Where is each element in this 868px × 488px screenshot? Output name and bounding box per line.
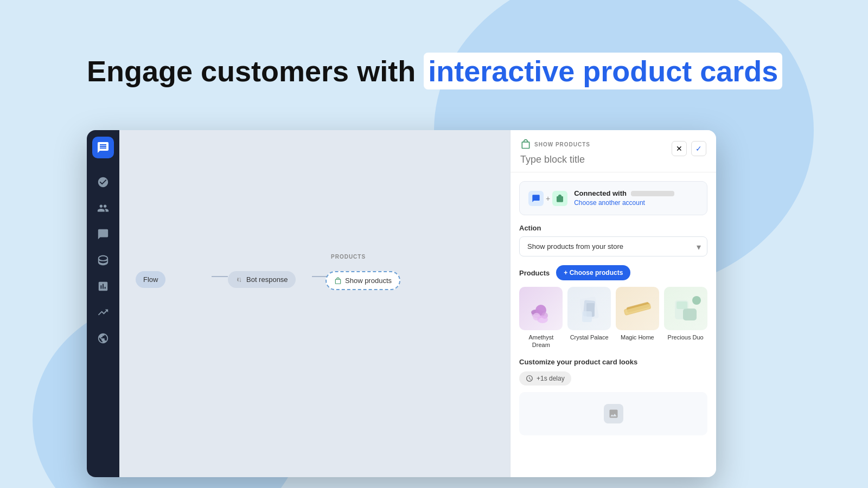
clock-icon <box>526 375 533 382</box>
precious-svg <box>667 290 705 328</box>
close-button[interactable]: ✕ <box>672 141 687 156</box>
bot-icon <box>235 276 243 284</box>
sidebar-item-integrations[interactable] <box>92 328 114 349</box>
plus-sign: + <box>546 194 550 203</box>
svg-rect-15 <box>683 309 697 320</box>
choose-products-button[interactable]: + Choose products <box>556 265 630 280</box>
svg-point-5 <box>537 316 548 323</box>
node-show-label: Show products <box>345 277 392 285</box>
product-image-amethyst <box>519 287 563 330</box>
product-name-crystal: Crystal Palace <box>570 333 609 341</box>
connected-title: Connected with <box>574 189 698 197</box>
svg-point-16 <box>692 296 701 305</box>
customize-label: Customize your product card looks <box>519 358 707 366</box>
product-card-amethyst[interactable]: Amethyst Dream <box>519 287 563 349</box>
panel-badge-text: SHOW PRODUCTS <box>534 142 590 147</box>
product-image-crystal <box>567 287 611 330</box>
preview-card <box>519 392 707 435</box>
sidebar-item-database[interactable] <box>92 249 114 271</box>
delay-badge-text: +1s delay <box>537 375 565 382</box>
chat-platform-icon <box>532 194 540 203</box>
product-card-crystal[interactable]: Crystal Palace <box>567 287 611 349</box>
connected-bar <box>631 191 674 196</box>
node-flow[interactable]: Flow <box>136 271 165 288</box>
show-products-icon <box>334 277 342 285</box>
sidebar-item-trends[interactable] <box>92 301 114 323</box>
connected-text: Connected with Choose another account <box>574 189 698 207</box>
sidebar-item-users[interactable] <box>92 197 114 219</box>
org-icon <box>97 176 109 188</box>
product-grid: Amethyst Dream Crystal Palace <box>519 287 707 349</box>
magic-svg <box>618 290 656 328</box>
confirm-button[interactable]: ✓ <box>691 141 706 156</box>
messages-icon <box>97 228 109 240</box>
connected-status: Connected with <box>574 189 627 197</box>
node-flow-label: Flow <box>143 275 158 284</box>
heading-highlight: interactive product cards <box>428 55 778 87</box>
products-section-title: Products <box>519 269 550 277</box>
action-select[interactable]: Show products from your store <box>519 236 707 256</box>
logo-icon <box>97 141 110 154</box>
panel-title-section: SHOW PRODUCTS <box>520 139 672 165</box>
panel-header: SHOW PRODUCTS ✕ ✓ <box>510 130 716 172</box>
sidebar <box>87 130 119 477</box>
products-section-header: Products + Choose products <box>519 265 707 280</box>
node-bot[interactable]: Bot response <box>228 271 296 288</box>
product-name-magic: Magic Home <box>621 333 654 341</box>
sidebar-item-analytics[interactable] <box>92 275 114 297</box>
choose-account-link[interactable]: Choose another account <box>574 199 645 207</box>
crystal-svg <box>570 290 608 328</box>
svg-rect-17 <box>676 301 687 309</box>
shopify-icon <box>556 194 564 203</box>
preview-placeholder-icon <box>608 408 619 419</box>
analytics-icon <box>97 280 109 292</box>
amethyst-svg <box>522 290 560 328</box>
product-image-magic <box>616 287 659 330</box>
product-image-precious <box>664 287 707 330</box>
panel: SHOW PRODUCTS ✕ ✓ + <box>510 130 716 477</box>
action-select-wrapper: Show products from your store ▾ <box>519 236 707 256</box>
product-name-amethyst: Amethyst Dream <box>519 333 563 349</box>
product-name-precious: Precious Duo <box>668 333 704 341</box>
node-bot-label: Bot response <box>246 275 288 284</box>
product-card-precious[interactable]: Precious Duo <box>663 287 707 349</box>
canvas-area: PRODUCTS Flow Bot response Show products… <box>119 130 716 477</box>
integrations-icon <box>97 332 109 344</box>
users-icon <box>97 202 109 214</box>
preview-icon <box>604 404 623 423</box>
panel-badge-icon <box>520 139 531 150</box>
product-card-magic[interactable]: Magic Home <box>616 287 660 349</box>
connected-icons: + <box>528 191 567 206</box>
panel-body: + Connected with Choose another account <box>510 172 716 444</box>
sidebar-item-messages[interactable] <box>92 223 114 245</box>
main-heading: Engage customers with interactive produc… <box>87 54 782 88</box>
platform-icon <box>528 191 544 206</box>
panel-badge: SHOW PRODUCTS <box>520 139 672 150</box>
panel-title-input[interactable] <box>520 154 672 165</box>
panel-header-buttons: ✕ ✓ <box>672 141 706 156</box>
products-label: PRODUCTS <box>331 254 366 260</box>
connected-box: + Connected with Choose another account <box>519 181 707 215</box>
action-label: Action <box>519 224 707 232</box>
sidebar-logo[interactable] <box>92 137 114 158</box>
store-icon <box>552 191 567 206</box>
app-window: PRODUCTS Flow Bot response Show products… <box>87 130 716 477</box>
connector-1 <box>212 276 228 277</box>
heading-highlight-wrapper: interactive product cards <box>424 53 782 89</box>
node-show[interactable]: Show products <box>326 271 400 290</box>
database-icon <box>97 254 109 266</box>
sidebar-item-org[interactable] <box>92 171 114 193</box>
delay-badge[interactable]: +1s delay <box>519 371 571 386</box>
trends-icon <box>97 306 109 318</box>
heading-normal: Engage customers with <box>87 55 416 87</box>
svg-rect-10 <box>582 311 592 322</box>
